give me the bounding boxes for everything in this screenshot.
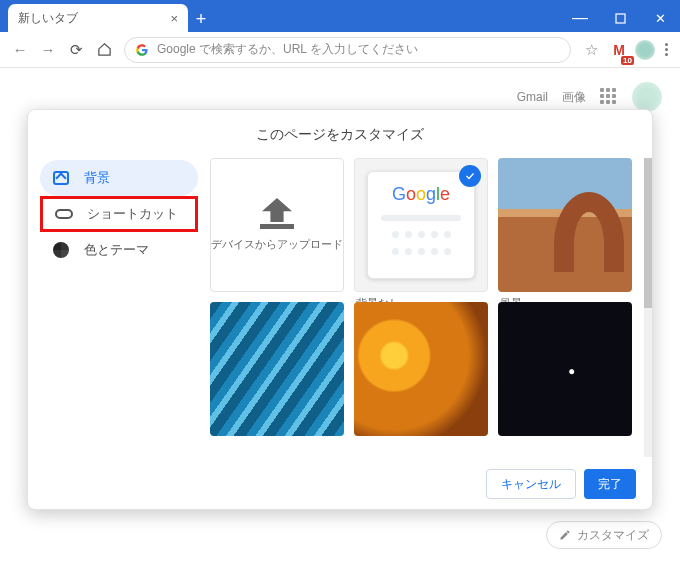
sidebar-label-shortcuts: ショートカット	[87, 205, 178, 223]
customize-button[interactable]: カスタマイズ	[546, 521, 662, 549]
customize-label: カスタマイズ	[577, 527, 649, 544]
tile-texture-blue[interactable]	[210, 302, 344, 436]
sidebar-item-color[interactable]: 色とテーマ	[40, 232, 198, 268]
content-area: Gmail 画像 カスタマイズ このページをカスタマイズ 背景 ショートカット	[0, 68, 680, 561]
dialog-sidebar: 背景 ショートカット 色とテーマ	[28, 156, 206, 459]
tab-title: 新しいタブ	[18, 10, 170, 27]
selected-check-icon	[459, 165, 481, 187]
google-logo: Google	[392, 184, 450, 205]
bookmark-star-icon[interactable]: ☆	[577, 36, 605, 64]
tile-space-dark[interactable]	[498, 302, 632, 436]
tile-texture-orange[interactable]	[354, 302, 488, 436]
reload-button[interactable]: ⟳	[62, 36, 90, 64]
customize-dialog: このページをカスタマイズ 背景 ショートカット 色とテーマ	[27, 109, 653, 510]
images-link[interactable]: 画像	[562, 89, 586, 106]
tile-landscape[interactable]: 風景	[498, 158, 632, 292]
dialog-footer: キャンセル 完了	[28, 459, 652, 509]
titlebar: 新しいタブ × + — ✕	[0, 0, 680, 32]
window-maximize-button[interactable]	[600, 4, 640, 32]
new-tab-button[interactable]: +	[188, 6, 214, 32]
tile-upload[interactable]: デバイスからアップロード	[210, 158, 344, 292]
done-button[interactable]: 完了	[584, 469, 636, 499]
gmail-link[interactable]: Gmail	[517, 90, 548, 104]
close-tab-icon[interactable]: ×	[170, 11, 178, 26]
window-close-button[interactable]: ✕	[640, 4, 680, 32]
scrollbar[interactable]	[644, 158, 652, 457]
sidebar-label-color: 色とテーマ	[84, 241, 149, 259]
tile-grid-wrap: デバイスからアップロード Google	[206, 156, 652, 459]
home-button[interactable]	[90, 36, 118, 64]
sidebar-item-shortcuts[interactable]: ショートカット	[40, 196, 198, 232]
svg-rect-0	[616, 14, 625, 23]
forward-button[interactable]: →	[34, 36, 62, 64]
browser-tab[interactable]: 新しいタブ ×	[8, 4, 188, 32]
sidebar-item-background[interactable]: 背景	[40, 160, 198, 196]
account-avatar[interactable]	[632, 82, 662, 112]
gmail-badge-count: 10	[621, 56, 634, 65]
gmail-extension-icon[interactable]: M10	[607, 38, 631, 62]
browser-menu-button[interactable]	[659, 43, 674, 56]
profile-avatar[interactable]	[633, 38, 657, 62]
tile-no-background[interactable]: Google 背景なし	[354, 158, 488, 292]
cancel-button[interactable]: キャンセル	[486, 469, 576, 499]
omnibox[interactable]: Google で検索するか、URL を入力してください	[124, 37, 571, 63]
image-icon	[52, 169, 70, 187]
dialog-title: このページをカスタマイズ	[28, 110, 652, 156]
upload-label: デバイスからアップロード	[211, 237, 343, 252]
google-icon	[135, 43, 149, 57]
link-icon	[55, 205, 73, 223]
pencil-icon	[559, 529, 571, 541]
omnibox-placeholder: Google で検索するか、URL を入力してください	[157, 41, 418, 58]
back-button[interactable]: ←	[6, 36, 34, 64]
browser-toolbar: ← → ⟳ Google で検索するか、URL を入力してください ☆ M10	[0, 32, 680, 68]
upload-icon	[262, 198, 292, 222]
sidebar-label-background: 背景	[84, 169, 110, 187]
apps-icon[interactable]	[600, 88, 618, 106]
palette-icon	[52, 241, 70, 259]
window-minimize-button[interactable]: —	[560, 4, 600, 32]
ntp-header: Gmail 画像	[517, 82, 662, 112]
